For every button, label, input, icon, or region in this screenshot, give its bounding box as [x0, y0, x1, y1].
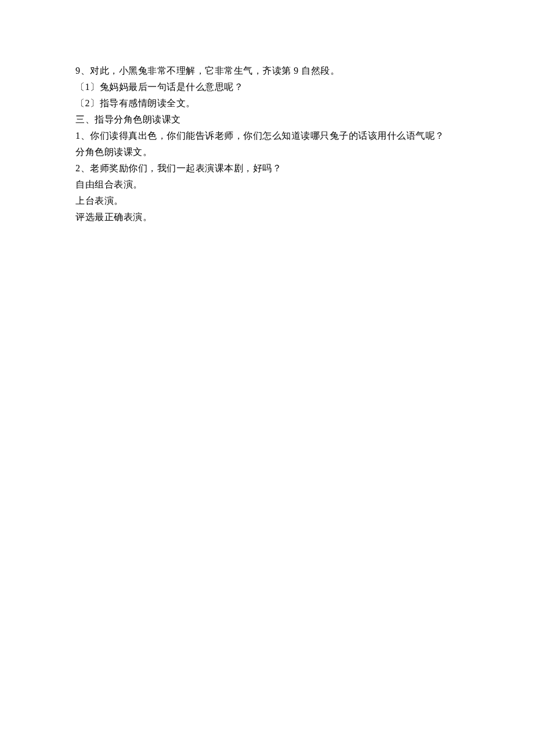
text-line: 自由组合表演。	[75, 177, 459, 193]
text-line: 9、对此，小黑兔非常不理解，它非常生气，齐读第 9 自然段。	[75, 63, 459, 79]
text-line: 〔2〕指导有感情朗读全文。	[75, 95, 459, 111]
text-line: 评选最正确表演。	[75, 209, 459, 225]
text-line: 1、你们读得真出色，你们能告诉老师，你们怎么知道读哪只兔子的话该用什么语气呢？	[75, 128, 459, 144]
text-line: 〔1〕兔妈妈最后一句话是什么意思呢？	[75, 79, 459, 95]
text-line: 分角色朗读课文。	[75, 144, 459, 160]
text-line: 三、指导分角色朗读课文	[75, 111, 459, 128]
document-content: 9、对此，小黑兔非常不理解，它非常生气，齐读第 9 自然段。 〔1〕兔妈妈最后一…	[75, 63, 459, 225]
text-line: 2、老师奖励你们，我们一起表演课本剧，好吗？	[75, 160, 459, 177]
text-line: 上台表演。	[75, 193, 459, 209]
